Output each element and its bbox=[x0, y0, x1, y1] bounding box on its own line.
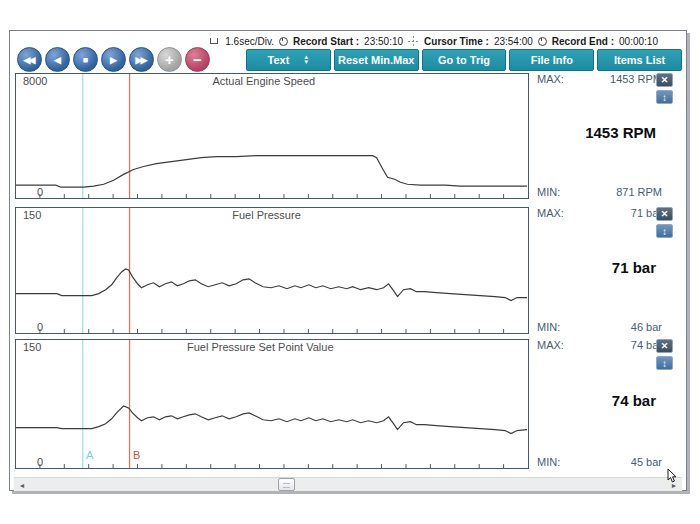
channel-info-panel: MAX:71 bar ✕ ↕ 71 bar MIN:46 bar bbox=[534, 207, 686, 334]
record-end-label: Record End : bbox=[552, 36, 614, 47]
signal-trace bbox=[16, 156, 527, 187]
zoom-in-button[interactable]: + bbox=[157, 47, 182, 72]
y-axis-max-label: 8000 bbox=[23, 75, 47, 87]
interval-icon bbox=[210, 38, 218, 44]
reorder-channel-button[interactable]: ↕ bbox=[656, 356, 673, 370]
channel-row-engine-speed: 8000 Actual Engine Speed 0 MAX:1453 RPM … bbox=[10, 73, 686, 199]
mouse-cursor bbox=[667, 469, 679, 485]
text-mode-label: Text bbox=[268, 54, 290, 66]
chart-panel[interactable]: 150 Fuel Pressure 0 bbox=[15, 207, 529, 334]
chart-panel[interactable]: 150 Fuel Pressure Set Point Value 0 A B bbox=[15, 339, 529, 469]
signal-plot bbox=[16, 208, 528, 333]
record-info-bar: 1.6sec/Div. Record Start : 23:50:10 Curs… bbox=[210, 34, 658, 48]
channel-info-panel: MAX:1453 RPM ✕ ↕ 1453 RPM MIN:871 RPM bbox=[534, 73, 686, 199]
y-axis-min-label: 0 bbox=[37, 321, 43, 333]
record-start-label: Record Start : bbox=[293, 36, 359, 47]
record-end-value: 00:00:10 bbox=[619, 36, 658, 47]
channel-row-fuel-pressure-set-point: 150 Fuel Pressure Set Point Value 0 A B … bbox=[10, 339, 686, 469]
record-start-value: 23:50:10 bbox=[364, 36, 403, 47]
close-channel-button[interactable]: ✕ bbox=[656, 73, 673, 87]
min-readout: MIN:46 bar bbox=[537, 321, 662, 333]
skip-to-start-button[interactable]: ◀◀ bbox=[17, 47, 42, 72]
up-down-icon: ↕ bbox=[662, 226, 667, 237]
text-mode-dropdown[interactable]: Text ▲▼ bbox=[246, 49, 331, 71]
current-value: 1453 RPM bbox=[585, 124, 656, 141]
skip-forward-button[interactable]: ▶▶ bbox=[129, 47, 154, 72]
signal-trace bbox=[16, 269, 527, 300]
close-icon: ✕ bbox=[661, 209, 669, 219]
dropdown-spinner-icon: ▲▼ bbox=[303, 55, 309, 65]
cursor-b-label[interactable]: B bbox=[133, 449, 140, 461]
record-end-clock-icon bbox=[538, 37, 547, 46]
channel-info-panel: MAX:74 bar ✕ ↕ 74 bar MIN:45 bar bbox=[534, 339, 686, 469]
current-value: 71 bar bbox=[612, 258, 656, 275]
min-readout: MIN:871 RPM bbox=[537, 186, 662, 198]
reset-minmax-button[interactable]: Reset Min.Max bbox=[334, 49, 419, 71]
cursor-time-value: 23:54:00 bbox=[494, 36, 533, 47]
max-readout: MAX:1453 RPM bbox=[537, 73, 662, 85]
scrollbar-thumb[interactable] bbox=[278, 478, 295, 491]
chart-title: Actual Engine Speed bbox=[212, 75, 315, 87]
reorder-channel-button[interactable]: ↕ bbox=[656, 224, 673, 238]
horizontal-scrollbar[interactable]: ◄ ► bbox=[14, 477, 682, 491]
cursor-time-label: Cursor Time : bbox=[424, 36, 489, 47]
close-icon: ✕ bbox=[661, 341, 669, 351]
cursor-a-label[interactable]: A bbox=[86, 449, 93, 461]
y-axis-max-label: 150 bbox=[23, 209, 41, 221]
scroll-left-arrow-icon[interactable]: ◄ bbox=[16, 478, 28, 492]
chart-panel[interactable]: 8000 Actual Engine Speed 0 bbox=[15, 73, 529, 199]
stop-button[interactable]: ■ bbox=[73, 47, 98, 72]
close-channel-button[interactable]: ✕ bbox=[656, 207, 673, 221]
up-down-icon: ↕ bbox=[662, 92, 667, 103]
y-axis-min-label: 0 bbox=[37, 456, 43, 468]
toolbar-buttons: Text ▲▼ Reset Min.Max Go to Trig File In… bbox=[246, 49, 682, 71]
close-channel-button[interactable]: ✕ bbox=[656, 339, 673, 353]
min-readout: MIN:45 bar bbox=[537, 456, 662, 468]
chart-title: Fuel Pressure bbox=[232, 209, 300, 221]
max-readout: MAX:74 bar bbox=[537, 339, 662, 351]
channel-row-fuel-pressure: 150 Fuel Pressure 0 MAX:71 bar ✕ ↕ 71 ba… bbox=[10, 207, 686, 334]
play-button[interactable]: ▶ bbox=[101, 47, 126, 72]
current-value: 74 bar bbox=[612, 392, 656, 409]
reorder-channel-button[interactable]: ↕ bbox=[656, 90, 673, 104]
interval-per-div: 1.6sec/Div. bbox=[225, 36, 274, 47]
step-back-button[interactable]: ◀ bbox=[45, 47, 70, 72]
max-readout: MAX:71 bar bbox=[537, 207, 662, 219]
file-info-button[interactable]: File Info bbox=[509, 49, 594, 71]
go-to-trig-button[interactable]: Go to Trig bbox=[422, 49, 507, 71]
record-start-clock-icon bbox=[279, 37, 288, 46]
y-axis-max-label: 150 bbox=[23, 341, 41, 353]
transport-controls: ◀◀◀■▶▶▶+− bbox=[17, 47, 210, 72]
chart-title: Fuel Pressure Set Point Value bbox=[187, 341, 334, 353]
items-list-button[interactable]: Items List bbox=[597, 49, 682, 71]
close-icon: ✕ bbox=[661, 75, 669, 85]
y-axis-min-label: 0 bbox=[37, 186, 43, 198]
record-review-window: 1.6sec/Div. Record Start : 23:50:10 Curs… bbox=[9, 30, 687, 491]
zoom-out-button[interactable]: − bbox=[185, 47, 210, 72]
up-down-icon: ↕ bbox=[662, 358, 667, 369]
signal-plot bbox=[16, 74, 528, 198]
cursor-time-icon bbox=[408, 36, 419, 47]
signal-trace bbox=[16, 406, 527, 434]
